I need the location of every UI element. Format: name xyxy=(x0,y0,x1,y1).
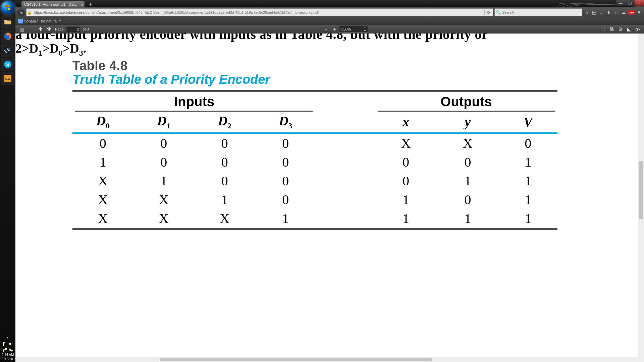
search-icon: 🔍 xyxy=(495,10,501,15)
home-icon[interactable]: ⌂ xyxy=(613,9,619,15)
url-bar[interactable]: 🔒 ⟳ xyxy=(26,8,493,16)
table-row: 1000001 xyxy=(72,153,557,172)
tray-weather-icon[interactable] xyxy=(8,348,13,352)
taskbar-item-firefox[interactable] xyxy=(1,29,14,43)
svg-text:GO: GO xyxy=(5,77,10,80)
zoom-value: 350% xyxy=(341,27,351,31)
svg-point-16 xyxy=(10,350,13,352)
sync-icon[interactable]: ☁ xyxy=(621,9,627,15)
window-minimize-button[interactable]: — xyxy=(616,0,625,6)
tools-overflow-icon[interactable]: ≫ xyxy=(633,25,642,33)
table-row: 0000XX0 xyxy=(72,133,557,153)
svg-rect-14 xyxy=(5,348,7,350)
page-number-input[interactable] xyxy=(66,26,81,32)
horizontal-scrollbar[interactable] xyxy=(15,357,644,362)
pdf-toolbar: ▥ 🡹 🡻 Page: of 3 − + 350% ⛶ 🖶 🗎 ◣ ≫ xyxy=(15,25,644,34)
col-x: x xyxy=(375,112,437,131)
new-tab-button[interactable]: + xyxy=(87,2,95,7)
csgo-icon: GO xyxy=(3,74,12,83)
truth-table: Inputs Outputs D0 D1 D2 D3 x y V xyxy=(72,90,557,231)
cell: 1 xyxy=(499,172,557,190)
svg-point-5 xyxy=(4,46,12,54)
search-box[interactable]: 🔍 xyxy=(494,8,582,16)
system-tray: ▸ 2:14 AM 11/15/2015 xyxy=(0,335,15,362)
bookmark-item[interactable]: Soham : The natural m... xyxy=(18,19,65,23)
menu-icon[interactable]: ≡ xyxy=(636,9,642,15)
cell: 0 xyxy=(375,172,437,190)
cell: 0 xyxy=(194,172,255,190)
svg-text:S: S xyxy=(6,61,9,67)
bookmark-favicon xyxy=(18,19,23,23)
window-maximize-button[interactable]: ▢ xyxy=(625,0,635,6)
cell: 1 xyxy=(437,172,498,190)
svg-rect-0 xyxy=(5,5,7,7)
bookmark-star-icon[interactable]: ☆ xyxy=(584,9,590,15)
cell: 0 xyxy=(255,172,316,190)
download-icon[interactable]: 🗎 xyxy=(616,25,625,33)
cell: 0 xyxy=(375,153,437,172)
taskbar-item-skype[interactable]: S xyxy=(1,58,14,71)
horizontal-scroll-thumb[interactable] xyxy=(160,358,432,361)
firefox-icon xyxy=(3,32,12,41)
back-button[interactable]: ◄ xyxy=(17,9,25,16)
cell: 0 xyxy=(72,133,133,153)
sidebar-toggle-icon[interactable]: ▥ xyxy=(17,25,26,33)
vertical-scrollbar[interactable] xyxy=(638,34,644,357)
cell: X xyxy=(437,133,498,153)
tray-flag-icon[interactable] xyxy=(2,342,7,346)
zoom-out-icon[interactable]: − xyxy=(322,25,330,33)
cell: 0 xyxy=(133,133,194,153)
browser-tab[interactable]: CS4310.1: Homework #1 - CS24... × xyxy=(21,1,85,7)
tray-network-icon[interactable] xyxy=(2,348,7,352)
page-up-icon[interactable]: 🡹 xyxy=(36,25,45,33)
bookmark-pdf-icon[interactable]: ◣ xyxy=(625,25,633,33)
group-header-outputs: Outputs xyxy=(375,94,557,110)
downloads-icon[interactable]: ⬇ xyxy=(606,9,612,15)
cell: 1 xyxy=(437,209,498,229)
clock-date[interactable]: 11/15/2015 xyxy=(0,357,15,362)
windows-logo-icon xyxy=(4,4,11,11)
table-row: XXX1111 xyxy=(72,209,557,229)
search-input[interactable] xyxy=(501,10,582,15)
clock-time[interactable]: 2:14 AM xyxy=(0,353,15,357)
page-down-icon[interactable]: 🡻 xyxy=(45,25,54,33)
cell: 1 xyxy=(499,209,557,229)
bookmarks-bar: Soham : The natural m... xyxy=(15,17,644,25)
window-close-button[interactable]: ✕ xyxy=(635,0,644,6)
cell: 0 xyxy=(194,133,255,153)
reload-button[interactable]: ⟳ xyxy=(484,10,493,15)
adblock-icon[interactable]: ABP xyxy=(628,10,635,15)
start-button[interactable] xyxy=(1,1,14,14)
taskbar-item-explorer[interactable] xyxy=(1,15,14,29)
taskbar-item-steam[interactable] xyxy=(1,44,14,57)
browser-navbar: ◄ 🔒 ⟳ 🔍 ☆ ▤ ⌄ ⬇ ⌂ ☁ ABP ≡ xyxy=(15,7,644,17)
tab-close-icon[interactable]: × xyxy=(81,2,83,7)
group-header-inputs: Inputs xyxy=(72,94,316,110)
steam-icon xyxy=(3,46,12,55)
cell: 0 xyxy=(255,153,316,172)
svg-rect-1 xyxy=(8,5,10,7)
page-total: of 3 xyxy=(81,27,91,31)
tray-volume-icon[interactable] xyxy=(8,342,13,346)
cell: 0 xyxy=(194,153,255,172)
col-y: y xyxy=(437,112,498,131)
skype-icon: S xyxy=(3,60,12,69)
pocket-icon[interactable]: ⌄ xyxy=(598,9,604,15)
presentation-icon[interactable]: ⛶ xyxy=(598,25,607,33)
doc-priority-text: 2>D1>D0>D3. xyxy=(15,41,86,58)
reader-icon[interactable]: ▤ xyxy=(591,9,597,15)
print-icon[interactable]: 🖶 xyxy=(607,25,616,33)
tray-overflow-icon[interactable]: ▸ xyxy=(0,336,15,340)
taskbar-item-csgo[interactable]: GO xyxy=(1,72,14,85)
svg-point-7 xyxy=(8,49,9,50)
pdf-viewport: a four-input priority encoder with input… xyxy=(15,34,644,357)
zoom-in-icon[interactable]: + xyxy=(330,25,339,33)
col-v: V xyxy=(499,112,557,131)
table-title: Truth Table of a Priority Encoder xyxy=(72,72,557,87)
vertical-scroll-thumb[interactable] xyxy=(639,161,643,219)
browser-titlebar: CS4310.1: Homework #1 - CS24... × + — ▢ … xyxy=(15,0,644,7)
table-row: XX10101 xyxy=(72,190,557,209)
cell: X xyxy=(133,209,194,229)
url-input[interactable] xyxy=(33,10,484,14)
zoom-select[interactable]: 350% xyxy=(339,26,368,33)
